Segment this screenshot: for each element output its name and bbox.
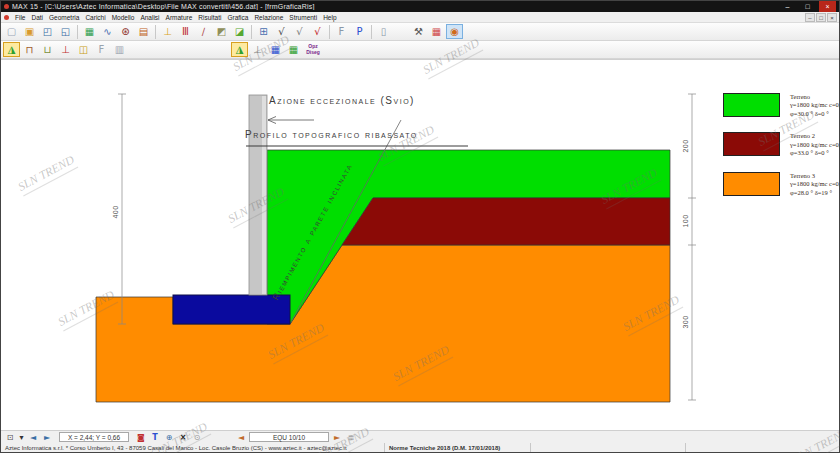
status-company: Aztec Informatica s.r.l. * Corso Umberto…: [1, 443, 385, 452]
menu-item-relazione[interactable]: Relazione: [251, 14, 286, 21]
toolbar-separator: [77, 25, 78, 39]
status-empty: [531, 443, 686, 452]
materials-bricks-icon[interactable]: ▤: [135, 24, 152, 39]
drawing-options-icon[interactable]: Opz Diseg: [303, 42, 323, 57]
cursor-coordinates: X = 2,44; Y = 0,66: [59, 432, 129, 442]
results-if-icon[interactable]: F: [333, 24, 350, 39]
menu-item-geometria[interactable]: Geometria: [46, 14, 82, 21]
maximize-button[interactable]: □: [799, 1, 816, 12]
text-tool-icon[interactable]: T: [149, 432, 161, 443]
legend-name: Terreno 3: [790, 172, 839, 180]
toolbar-separator: [155, 25, 156, 39]
legend-swatch-terreno-3: [723, 172, 780, 196]
toolbar-separator: [329, 25, 330, 39]
analysis-partial-icon[interactable]: √: [291, 24, 308, 39]
new-file-icon[interactable]: ▢: [3, 24, 20, 39]
title-bar: MAX 15 - [C:\Users\Aztec Informatica\Des…: [1, 1, 839, 12]
menu-item-modello[interactable]: Modello: [109, 14, 138, 21]
combination-prev-icon[interactable]: ◄: [235, 432, 247, 443]
general-data-icon[interactable]: ▦: [81, 24, 98, 39]
bottom-toolbar: ⊡ ▾ ◄ ► X = 2,44; Y = 0,66 ◙ T ⊕ × ⊙ ◄ E…: [1, 430, 839, 443]
dimension-left: [118, 94, 126, 324]
soil-legend: Terreno γ=1800 kg/mc c=0,0 φ=30.0 ° δ=0 …: [723, 93, 839, 211]
view-foundation-icon[interactable]: ⊥: [57, 42, 74, 57]
menu-item-file[interactable]: File: [12, 14, 28, 21]
menu-item-strumenti[interactable]: Strumenti: [286, 14, 320, 21]
mdi-restore-button[interactable]: □: [816, 13, 826, 22]
menu-item-grafica[interactable]: Grafica: [224, 14, 251, 21]
dim-left-label: 400: [112, 205, 119, 218]
legend-props: φ=30.0 ° δ=0 °: [790, 110, 839, 118]
seismic-data-icon[interactable]: ∿: [99, 24, 116, 39]
result-terrain-icon[interactable]: ◮: [231, 42, 248, 57]
mdi-minimize-button[interactable]: –: [805, 13, 815, 22]
analysis-stop-icon[interactable]: √: [309, 24, 326, 39]
wall-geometry-icon[interactable]: ⊥: [159, 24, 176, 39]
result-mesh-blue-icon[interactable]: ▦: [267, 42, 284, 57]
results-ip-icon[interactable]: P: [351, 24, 368, 39]
main-toolbar: ▢▣◰◱▦∿⊛▤⊥Ⅲ∕◩◪⊞√√√FP▯⚒▦◉: [1, 23, 839, 41]
save-icon[interactable]: ◰: [39, 24, 56, 39]
menu-item-carichi[interactable]: Carichi: [82, 14, 108, 21]
analysis-options-icon[interactable]: ⊛: [117, 24, 134, 39]
graphics-toolbar: ◮⊓⊔⊥◫F▥ ◮⊥▦▦Opz Diseg: [1, 41, 839, 59]
pan-right-icon[interactable]: ►: [41, 432, 53, 443]
minimize-button[interactable]: –: [779, 1, 796, 12]
analysis-run-icon[interactable]: √: [273, 24, 290, 39]
view-wall-section-icon[interactable]: ◮: [3, 42, 20, 57]
save-all-icon[interactable]: ◱: [57, 24, 74, 39]
soil-profile-left-icon[interactable]: ◩: [213, 24, 230, 39]
menu-item-armature[interactable]: Armature: [163, 14, 196, 21]
legend-props: γ=1800 kg/mc c=0,0: [790, 101, 839, 109]
wall-stem-highlight: [262, 96, 266, 294]
legend-props: φ=28.0 ° δ=19 °: [790, 189, 839, 197]
legend-name: Terreno: [790, 93, 839, 101]
view-pressures-icon[interactable]: ⊔: [39, 42, 56, 57]
toolbar-separator: [371, 25, 372, 39]
status-bar: Aztec Informatica s.r.l. * Corso Umberto…: [1, 443, 839, 452]
reinforcement-icon[interactable]: Ⅲ: [177, 24, 194, 39]
result-wall-icon[interactable]: ⊥: [249, 42, 266, 57]
label-accidental-action: Azione eccezionale (Svio): [269, 95, 415, 106]
menu-item-help[interactable]: Help: [320, 14, 339, 21]
close-button[interactable]: ×: [819, 1, 836, 12]
print-preview-icon[interactable]: ⊡: [4, 432, 16, 443]
open-file-icon[interactable]: ▣: [21, 24, 38, 39]
preview-dropdown-icon[interactable]: ▾: [18, 432, 25, 443]
model-grid-icon[interactable]: ⊞: [255, 24, 272, 39]
zoom-tool-icon[interactable]: ⊙: [191, 432, 203, 443]
dim-right-top-label: 200: [682, 139, 689, 152]
toolbar-separator: [251, 25, 252, 39]
soil-profile-right-icon[interactable]: ◪: [231, 24, 248, 39]
combination-select[interactable]: EQU 10/10: [249, 432, 329, 442]
tools-hammer-icon[interactable]: ⚒: [410, 24, 427, 39]
world-icon[interactable]: ⊕: [163, 432, 175, 443]
menu-item-dati[interactable]: Dati: [28, 14, 46, 21]
legend-swatch-terreno: [723, 93, 780, 117]
view-columns-icon[interactable]: ▥: [111, 42, 128, 57]
wall-footing: [173, 295, 290, 324]
pan-left-icon[interactable]: ◄: [27, 432, 39, 443]
window-title: MAX 15 - [C:\Users\Aztec Informatica\Des…: [12, 3, 776, 10]
graphics-toolbar-group-b: ◮⊥▦▦Opz Diseg: [231, 42, 323, 57]
mdi-close-button[interactable]: ×: [827, 13, 837, 22]
view-if-icon[interactable]: F: [93, 42, 110, 57]
piles-icon[interactable]: ∕: [195, 24, 212, 39]
delete-tool-icon[interactable]: ×: [177, 432, 189, 443]
view-displacements-icon[interactable]: ⊓: [21, 42, 38, 57]
report-page-icon[interactable]: ▯: [375, 24, 392, 39]
status-norms: Norme Tecniche 2018 (D.M. 17/01/2018): [385, 443, 531, 452]
rebar-table-icon[interactable]: ▦: [428, 24, 445, 39]
render-icon[interactable]: ◙: [135, 432, 147, 443]
menu-item-analisi[interactable]: Analisi: [137, 14, 162, 21]
graphic-results-icon[interactable]: ◉: [446, 24, 463, 39]
menu-item-risultati[interactable]: Risultati: [195, 14, 224, 21]
drawing-canvas[interactable]: 400 200 100 300 Azione eccezionale (Svio…: [1, 59, 839, 430]
combination-list-icon[interactable]: ≣: [345, 432, 357, 443]
view-3d-icon[interactable]: ◫: [75, 42, 92, 57]
soil-terreno2: [342, 198, 670, 245]
legend-props: φ=33.0 ° δ=0 °: [790, 149, 839, 157]
wall-section-drawing: 400 200 100 300: [1, 60, 839, 430]
result-mesh-green-icon[interactable]: ▦: [285, 42, 302, 57]
combination-next-icon[interactable]: ►: [331, 432, 343, 443]
